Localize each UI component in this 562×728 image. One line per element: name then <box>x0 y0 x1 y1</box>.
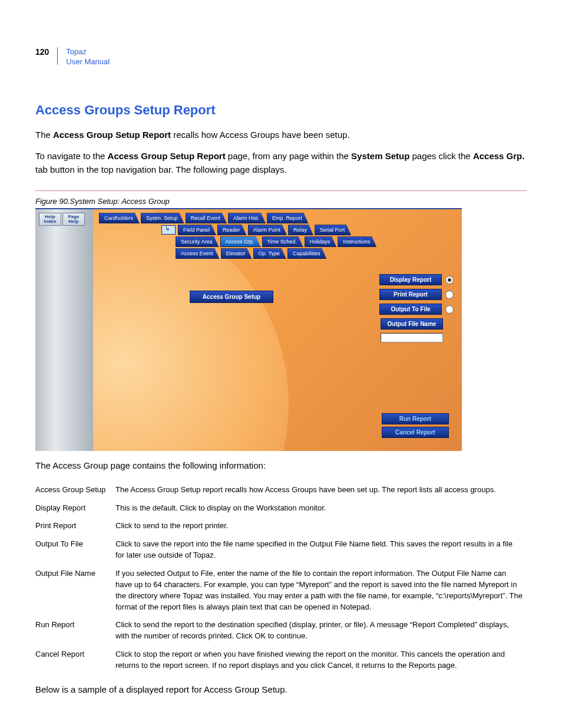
tab-emp-report[interactable]: Emp. Report <box>267 213 309 223</box>
def-desc: If you selected Output to File, enter th… <box>115 565 527 616</box>
tab-security-area[interactable]: Security Area <box>176 236 219 247</box>
output-to-file-row: Output To File <box>376 304 454 315</box>
def-term: Cancel Report <box>35 645 115 675</box>
table-row: Print Report Click to send to the report… <box>35 517 527 535</box>
after-figure-text: The Access Group page contains the follo… <box>35 459 527 473</box>
definitions-table: Access Group Setup The Access Group Setu… <box>35 481 527 675</box>
nav-arrow-icon <box>161 225 176 235</box>
table-row: Output File Name If you selected Output … <box>35 565 527 616</box>
def-desc: Click to send to the report printer. <box>115 517 527 535</box>
nav-tabs: Cardholders Systm. Setup Recall Event Al… <box>99 213 378 260</box>
help-index-button[interactable]: Help Index <box>39 213 61 226</box>
header-divider <box>57 47 58 65</box>
table-row: Access Group Setup The Access Group Setu… <box>35 481 527 499</box>
left-metal-band <box>35 209 93 451</box>
tab-time-sched[interactable]: Time Sched. <box>262 236 303 247</box>
output-to-file-radio[interactable] <box>445 305 454 314</box>
def-term: Output File Name <box>35 565 115 616</box>
section-title: Access Groups Setup Report <box>35 103 527 118</box>
tab-instructions[interactable]: Instructions <box>338 236 376 247</box>
display-report-button[interactable]: Display Report <box>379 274 442 285</box>
nav-row-1: Cardholders Systm. Setup Recall Event Al… <box>99 213 378 223</box>
tab-cardholders[interactable]: Cardholders <box>99 213 140 223</box>
nav-row-2: Field Panel Reader Alarm Point Relay Ser… <box>161 225 378 235</box>
display-report-row: Display Report <box>376 274 454 285</box>
tab-field-panel[interactable]: Field Panel <box>178 225 216 235</box>
doc-title-line1: Topaz <box>66 47 87 56</box>
nav-row-4: Access Event Elevator Op. Type Capabilit… <box>176 248 378 259</box>
access-group-setup-label: Access Group Setup <box>190 291 273 303</box>
tab-access-event[interactable]: Access Event <box>176 248 220 259</box>
tab-relay[interactable]: Relay <box>288 225 313 235</box>
tab-alarm-point[interactable]: Alarm Point <box>248 225 287 235</box>
print-report-button[interactable]: Print Report <box>379 289 442 300</box>
def-term: Run Report <box>35 616 115 645</box>
report-options-panel: Display Report Print Report Output To Fi… <box>376 274 454 342</box>
nav-paragraph: To navigate to the Access Group Setup Re… <box>35 150 527 176</box>
figure-caption: Figure 90.System Setup: Access Group <box>35 197 527 206</box>
def-desc: The Access Group Setup report recalls ho… <box>115 481 527 499</box>
output-file-name-label: Output File Name <box>381 318 443 330</box>
tab-reader[interactable]: Reader <box>217 225 247 235</box>
table-row: Display Report This is the default. Clic… <box>35 499 527 518</box>
intro-paragraph: The Access Group Setup Report recalls ho… <box>35 129 527 142</box>
def-term: Display Report <box>35 499 115 518</box>
tab-alarm-hist[interactable]: Alarm Hist. <box>228 213 266 223</box>
def-desc: Click to save the report into the file n… <box>115 535 527 565</box>
display-report-radio[interactable] <box>445 276 454 284</box>
cancel-report-button[interactable]: Cancel Report <box>382 427 449 438</box>
def-desc: This is the default. Click to display on… <box>115 499 527 518</box>
help-buttons: Help Index Page Help <box>39 213 85 226</box>
tab-systm-setup[interactable]: Systm. Setup <box>141 213 184 223</box>
table-row: Cancel Report Click to stop the report o… <box>35 645 527 675</box>
tab-op-type[interactable]: Op. Type <box>253 248 286 259</box>
tab-access-grp[interactable]: Access Grp. <box>220 236 261 247</box>
def-term: Print Report <box>35 517 115 535</box>
output-file-name-input[interactable] <box>381 333 443 342</box>
output-file-name-row: Output File Name <box>376 318 454 330</box>
figure-divider <box>35 190 527 191</box>
def-term: Output To File <box>35 535 115 565</box>
closing-text: Below is a sample of a displayed report … <box>35 683 527 697</box>
table-row: Output To File Click to save the report … <box>35 535 527 565</box>
def-desc: Click to send the report to the destinat… <box>115 616 527 645</box>
tab-serial-port[interactable]: Serial Port <box>315 225 351 235</box>
table-row: Run Report Click to send the report to t… <box>35 616 527 645</box>
page-number: 120 <box>35 47 49 57</box>
tab-holidays[interactable]: Holidays <box>305 236 337 247</box>
tab-elevator[interactable]: Elevator <box>221 248 252 259</box>
def-term: Access Group Setup <box>35 481 115 499</box>
tab-capabilities[interactable]: Capabilities <box>287 248 327 259</box>
tab-recall-event[interactable]: Recall Event <box>186 213 227 223</box>
figure-screenshot: Help Index Page Help Cardholders Systm. … <box>35 208 462 451</box>
page-help-button[interactable]: Page Help <box>62 213 85 226</box>
print-report-row: Print Report <box>376 289 454 300</box>
output-to-file-button[interactable]: Output To File <box>379 304 442 315</box>
run-report-button[interactable]: Run Report <box>382 413 449 424</box>
doc-title-line2: User Manual <box>66 57 110 66</box>
def-desc: Click to stop the report or when you hav… <box>115 645 527 675</box>
page-header: 120 Topaz User Manual <box>35 47 527 67</box>
nav-row-3: Security Area Access Grp. Time Sched. Ho… <box>176 236 378 247</box>
action-buttons: Run Report Cancel Report <box>382 413 448 440</box>
print-report-radio[interactable] <box>445 291 454 299</box>
doc-title: Topaz User Manual <box>66 47 110 67</box>
